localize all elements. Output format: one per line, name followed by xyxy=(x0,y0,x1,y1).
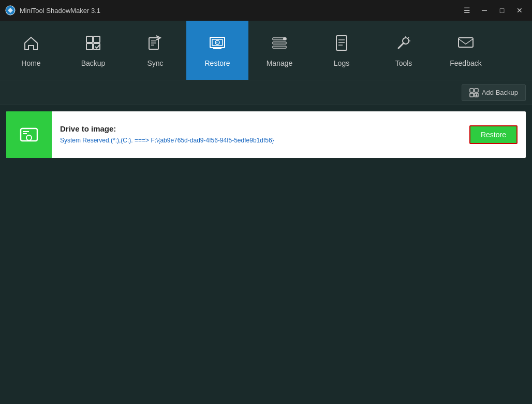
backup-card-info: Drive to image: System Reserved,(*:),(C:… xyxy=(52,111,461,158)
svg-point-31 xyxy=(26,135,32,140)
nav-label-backup: Backup xyxy=(81,59,106,67)
nav-label-manage: Manage xyxy=(267,59,293,67)
nav-item-feedback[interactable]: Feedback xyxy=(435,21,497,80)
nav-label-tools: Tools xyxy=(395,59,412,67)
logs-icon xyxy=(332,34,351,55)
svg-rect-15 xyxy=(273,42,286,44)
toolbar: Add Backup xyxy=(0,80,532,105)
sync-icon xyxy=(146,34,165,55)
main-content: Drive to image: System Reserved,(*:),(C:… xyxy=(0,105,532,164)
maximize-button[interactable]: □ xyxy=(495,4,509,17)
backup-card-title: Drive to image: xyxy=(60,124,453,133)
nav-bar: Home Backup Sync xyxy=(0,21,532,80)
svg-rect-2 xyxy=(94,36,100,42)
nav-item-restore[interactable]: Restore xyxy=(186,21,248,80)
nav-item-manage[interactable]: Manage xyxy=(248,21,311,80)
backup-card-icon-area xyxy=(6,111,52,158)
title-bar: MiniTool ShadowMaker 3.1 ☰ ─ □ ✕ xyxy=(0,0,532,21)
svg-rect-1 xyxy=(86,36,93,42)
title-bar-left: MiniTool ShadowMaker 3.1 xyxy=(5,5,100,16)
backup-icon xyxy=(84,34,102,55)
nav-label-home: Home xyxy=(21,59,40,67)
home-icon xyxy=(22,34,40,55)
restore-button[interactable]: Restore xyxy=(469,125,518,144)
nav-item-sync[interactable]: Sync xyxy=(124,21,186,80)
minimize-button[interactable]: ─ xyxy=(477,4,492,17)
app-title: MiniTool ShadowMaker 3.1 xyxy=(20,7,100,15)
feedback-icon xyxy=(456,34,475,55)
nav-item-logs[interactable]: Logs xyxy=(311,21,373,80)
hamburger-button[interactable]: ☰ xyxy=(460,4,474,17)
backup-card-description: System Reserved,(*:),(C:). ===> F:\{ab9e… xyxy=(60,136,453,145)
restore-icon xyxy=(208,34,227,55)
drive-icon xyxy=(18,123,40,146)
nav-item-home[interactable]: Home xyxy=(0,21,62,80)
nav-item-tools[interactable]: Tools xyxy=(373,21,435,80)
svg-rect-26 xyxy=(470,93,474,97)
add-backup-button[interactable]: Add Backup xyxy=(462,84,526,101)
nav-label-feedback: Feedback xyxy=(450,59,481,67)
svg-rect-25 xyxy=(475,89,478,92)
add-backup-icon xyxy=(469,88,479,97)
close-button[interactable]: ✕ xyxy=(512,4,527,17)
svg-point-17 xyxy=(283,37,286,40)
svg-rect-23 xyxy=(459,38,473,47)
manage-icon xyxy=(270,34,289,55)
add-backup-label: Add Backup xyxy=(482,89,518,96)
svg-rect-18 xyxy=(336,36,347,50)
nav-label-sync: Sync xyxy=(147,59,163,67)
svg-rect-16 xyxy=(273,46,286,48)
tools-icon xyxy=(394,34,413,55)
nav-item-backup[interactable]: Backup xyxy=(62,21,124,80)
backup-card-action: Restore xyxy=(461,111,526,158)
svg-rect-24 xyxy=(470,89,474,92)
title-bar-controls: ☰ ─ □ ✕ xyxy=(460,4,527,17)
svg-rect-3 xyxy=(86,44,93,50)
nav-label-logs: Logs xyxy=(334,59,349,67)
nav-label-restore: Restore xyxy=(204,59,230,67)
app-logo-icon xyxy=(5,5,16,16)
backup-card: Drive to image: System Reserved,(*:),(C:… xyxy=(6,111,526,158)
